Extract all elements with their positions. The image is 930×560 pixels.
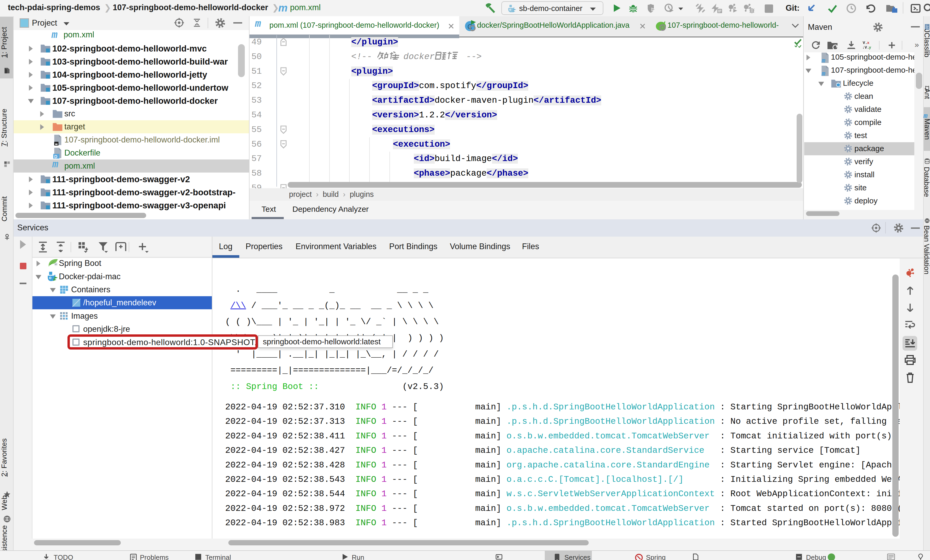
svg-text:D: D xyxy=(54,154,57,159)
svg-text:↓V.: ↓V. xyxy=(862,46,869,50)
svg-text:m: m xyxy=(821,71,825,77)
svg-text:y: y xyxy=(869,46,871,50)
svg-text:x: x xyxy=(867,41,869,45)
svg-text:m: m xyxy=(821,57,825,63)
svg-text:V.: V. xyxy=(863,41,867,45)
